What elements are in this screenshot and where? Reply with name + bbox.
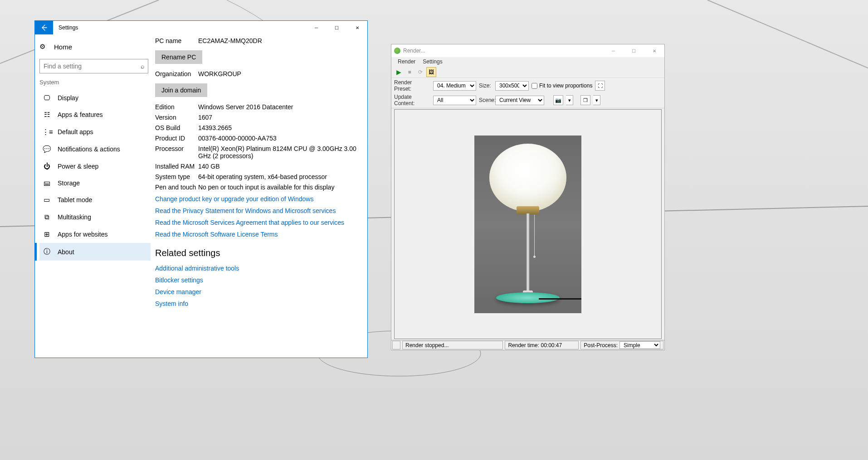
size-label: Size: (479, 82, 493, 89)
related-settings-heading: Related settings (155, 248, 358, 258)
menu-settings[interactable]: Settings (419, 58, 446, 66)
spec-row: OS Build14393.2665 (155, 124, 358, 131)
render-title: Render... (403, 48, 603, 54)
sidebar-icon: 💬 (42, 145, 51, 153)
render-play-button[interactable]: ▶ (394, 67, 404, 77)
post-process-select[interactable]: Simple (619, 341, 660, 349)
sidebar-item-apps-features[interactable]: ☷Apps & features (39, 106, 151, 123)
spec-value: Windows Server 2016 Datacenter (198, 103, 358, 111)
minimize-button[interactable]: ─ (306, 21, 327, 34)
sidebar-item-display[interactable]: 🖵Display (39, 89, 151, 106)
search-box[interactable]: ⌕ (39, 59, 148, 73)
spec-row: EditionWindows Server 2016 Datacenter (155, 103, 358, 111)
spec-label: Pen and touch (155, 184, 198, 191)
sidebar-item-apps-for-websites[interactable]: ⊞Apps for websites (39, 226, 151, 243)
spec-row: Product ID00376-40000-00000-AA753 (155, 135, 358, 142)
status-corner (392, 341, 400, 349)
pc-name-value: EC2AMAZ-MMQ20DR (198, 37, 358, 44)
spec-label: System type (155, 173, 198, 180)
close-button[interactable]: ✕ (347, 21, 367, 34)
settings-link[interactable]: Additional administrative tools (155, 265, 358, 272)
render-window: Render... ─ ☐ ✕ Render Settings ▶ ■ ⟳ 🖼 … (391, 44, 665, 350)
settings-link[interactable]: Device manager (155, 288, 358, 295)
render-refresh-button[interactable]: ⟳ (415, 67, 425, 77)
camera-button[interactable]: 📷 (553, 95, 563, 105)
sidebar-icon: 🖴 (42, 179, 51, 187)
expand-icon-button[interactable]: ⛶ (595, 81, 605, 91)
preset-select[interactable]: 04. Medium (433, 81, 476, 91)
sidebar-item-label: Default apps (58, 128, 93, 136)
settings-sidebar: ⚙ Home ⌕ System 🖵Display☷Apps & features… (35, 34, 153, 358)
update-content-select[interactable]: All (433, 96, 476, 105)
fit-checkbox-input[interactable] (532, 83, 537, 89)
copy-dropdown[interactable]: ▾ (593, 95, 600, 105)
arrow-left-icon (40, 24, 48, 31)
render-app-icon (394, 48, 400, 54)
settings-link[interactable]: Read the Microsoft Software License Term… (155, 231, 358, 238)
sidebar-icon: ⏻ (42, 162, 51, 170)
spec-label: Product ID (155, 135, 198, 142)
sidebar-item-label: Storage (58, 179, 80, 187)
settings-titlebar: Settings ─ ☐ ✕ (35, 21, 367, 34)
search-icon: ⌕ (141, 63, 144, 70)
sidebar-icon: 🖵 (42, 94, 51, 102)
fit-label: Fit to view proportions (539, 82, 592, 89)
sidebar-item-default-apps[interactable]: ⋮≡Default apps (39, 123, 151, 140)
preset-label: Render Preset: (394, 79, 430, 92)
render-minimize-button[interactable]: ─ (603, 44, 624, 58)
settings-link[interactable]: System info (155, 300, 358, 307)
maximize-button[interactable]: ☐ (327, 21, 347, 34)
spec-label: Version (155, 114, 198, 121)
sidebar-icon: ⧉ (42, 213, 51, 221)
spec-label: Processor (155, 145, 198, 160)
sidebar-icon: ⓘ (42, 247, 51, 256)
render-image-button[interactable]: 🖼 (426, 67, 436, 77)
settings-link[interactable]: Change product key or upgrade your editi… (155, 195, 358, 203)
status-time: Render time: 00:00:47 (505, 341, 579, 349)
sidebar-item-label: Apps for websites (58, 231, 108, 238)
sidebar-item-label: Notifications & actions (58, 145, 120, 153)
spec-value: 140 GB (198, 163, 358, 170)
back-button[interactable] (35, 21, 53, 34)
spec-row: Pen and touchNo pen or touch input is av… (155, 184, 358, 191)
sidebar-item-storage[interactable]: 🖴Storage (39, 174, 151, 191)
sidebar-item-about[interactable]: ⓘAbout (39, 243, 151, 261)
render-maximize-button[interactable]: ☐ (624, 44, 644, 58)
size-select[interactable]: 300x500 (495, 81, 529, 91)
sidebar-item-power-sleep[interactable]: ⏻Power & sleep (39, 158, 151, 174)
sidebar-icon: ☷ (42, 111, 51, 119)
home-link[interactable]: ⚙ Home (39, 39, 151, 54)
spec-row: System type64-bit operating system, x64-… (155, 173, 358, 180)
spec-label: Edition (155, 103, 198, 111)
rename-pc-button[interactable]: Rename PC (155, 50, 202, 64)
sidebar-item-notifications-actions[interactable]: 💬Notifications & actions (39, 140, 151, 158)
sidebar-item-label: Multitasking (58, 213, 91, 221)
fit-to-view-checkbox[interactable]: Fit to view proportions (532, 82, 592, 89)
update-label: Update Content: (394, 94, 430, 107)
render-toolbar: ▶ ■ ⟳ 🖼 (391, 66, 664, 78)
render-menubar: Render Settings (391, 57, 664, 66)
sidebar-icon: ▭ (42, 196, 51, 204)
settings-link[interactable]: Read the Microsoft Services Agreement th… (155, 219, 358, 226)
scene-select[interactable]: Current View (495, 96, 544, 105)
join-domain-button[interactable]: Join a domain (155, 83, 207, 97)
settings-link[interactable]: Read the Privacy Statement for Windows a… (155, 207, 358, 214)
settings-window: Settings ─ ☐ ✕ ⚙ Home ⌕ System 🖵Display☷… (34, 20, 368, 358)
sidebar-item-label: Display (58, 94, 78, 102)
spec-value: Intel(R) Xeon(R) Platinum 8124M CPU @ 3.… (198, 145, 358, 160)
render-stop-button[interactable]: ■ (405, 67, 414, 77)
spec-value: 00376-40000-00000-AA753 (198, 135, 358, 142)
render-titlebar: Render... ─ ☐ ✕ (391, 44, 664, 57)
post-process-label: Post-Process: (584, 342, 618, 349)
camera-dropdown[interactable]: ▾ (566, 95, 573, 105)
render-close-button[interactable]: ✕ (644, 44, 664, 58)
post-process-cell: Post-Process: Simple (580, 341, 663, 349)
search-input[interactable] (44, 63, 141, 70)
sidebar-item-multitasking[interactable]: ⧉Multitasking (39, 208, 151, 226)
sidebar-item-tablet-mode[interactable]: ▭Tablet mode (39, 191, 151, 208)
copy-button[interactable]: ❐ (580, 95, 590, 105)
spec-label: OS Build (155, 124, 198, 131)
menu-render[interactable]: Render (394, 58, 419, 66)
settings-link[interactable]: Bitlocker settings (155, 276, 358, 284)
spec-label: Installed RAM (155, 163, 198, 170)
